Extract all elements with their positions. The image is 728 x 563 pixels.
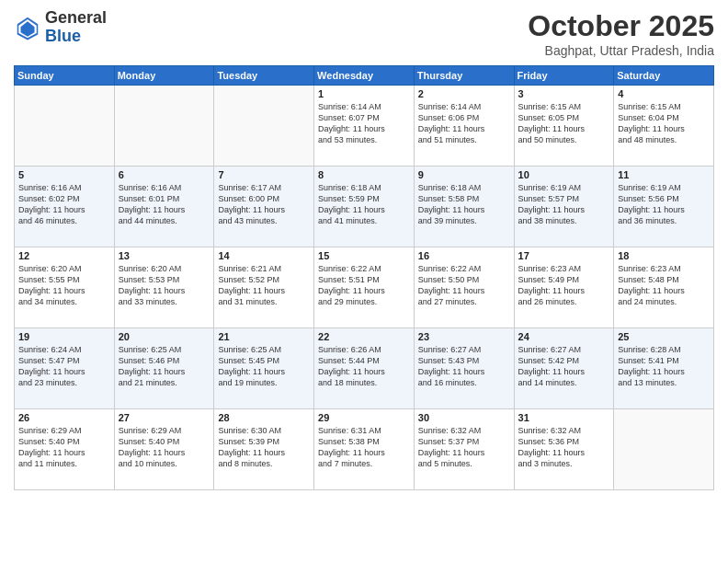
calendar-cell: 19Sunrise: 6:24 AM Sunset: 5:47 PM Dayli… — [15, 328, 115, 409]
day-number: 15 — [318, 250, 410, 261]
calendar-cell: 7Sunrise: 6:17 AM Sunset: 6:00 PM Daylig… — [214, 167, 314, 247]
day-number: 7 — [218, 169, 310, 180]
day-number: 14 — [218, 250, 310, 261]
calendar-cell: 24Sunrise: 6:27 AM Sunset: 5:42 PM Dayli… — [514, 328, 614, 409]
day-of-week-header: Sunday — [15, 66, 115, 86]
month-title: October 2025 — [528, 9, 714, 43]
calendar-cell: 20Sunrise: 6:25 AM Sunset: 5:46 PM Dayli… — [114, 328, 214, 409]
day-number: 24 — [518, 331, 610, 342]
day-info: Sunrise: 6:22 AM Sunset: 5:51 PM Dayligh… — [318, 263, 410, 308]
day-number: 27 — [119, 412, 210, 423]
day-info: Sunrise: 6:27 AM Sunset: 5:43 PM Dayligh… — [418, 344, 510, 389]
day-info: Sunrise: 6:17 AM Sunset: 6:00 PM Dayligh… — [218, 182, 310, 227]
day-info: Sunrise: 6:14 AM Sunset: 6:06 PM Dayligh… — [418, 101, 510, 146]
day-info: Sunrise: 6:21 AM Sunset: 5:52 PM Dayligh… — [218, 263, 310, 308]
logo-icon — [14, 14, 41, 41]
day-info: Sunrise: 6:29 AM Sunset: 5:40 PM Dayligh… — [119, 425, 210, 470]
calendar-cell: 11Sunrise: 6:19 AM Sunset: 5:56 PM Dayli… — [614, 167, 714, 247]
calendar: SundayMondayTuesdayWednesdayThursdayFrid… — [14, 65, 714, 490]
day-info: Sunrise: 6:30 AM Sunset: 5:39 PM Dayligh… — [218, 425, 310, 470]
calendar-week-row: 12Sunrise: 6:20 AM Sunset: 5:55 PM Dayli… — [15, 247, 714, 328]
calendar-week-row: 19Sunrise: 6:24 AM Sunset: 5:47 PM Dayli… — [15, 328, 714, 409]
day-of-week-header: Thursday — [414, 66, 514, 86]
day-of-week-header: Monday — [114, 66, 214, 86]
day-number: 3 — [518, 88, 610, 99]
calendar-cell: 16Sunrise: 6:22 AM Sunset: 5:50 PM Dayli… — [414, 247, 514, 328]
calendar-cell: 25Sunrise: 6:28 AM Sunset: 5:41 PM Dayli… — [614, 328, 714, 409]
day-of-week-header: Saturday — [614, 66, 714, 86]
day-info: Sunrise: 6:19 AM Sunset: 5:57 PM Dayligh… — [518, 182, 610, 227]
day-of-week-header: Friday — [514, 66, 614, 86]
logo-text: General Blue — [45, 9, 107, 46]
calendar-cell: 8Sunrise: 6:18 AM Sunset: 5:59 PM Daylig… — [314, 167, 415, 247]
page: General Blue October 2025 Baghpat, Uttar… — [0, 0, 728, 563]
calendar-cell: 18Sunrise: 6:23 AM Sunset: 5:48 PM Dayli… — [614, 247, 714, 328]
calendar-cell: 3Sunrise: 6:15 AM Sunset: 6:05 PM Daylig… — [514, 86, 614, 167]
calendar-cell: 6Sunrise: 6:16 AM Sunset: 6:01 PM Daylig… — [114, 167, 214, 247]
day-info: Sunrise: 6:23 AM Sunset: 5:48 PM Dayligh… — [618, 263, 710, 308]
title-block: October 2025 Baghpat, Uttar Pradesh, Ind… — [528, 9, 714, 58]
calendar-cell: 22Sunrise: 6:26 AM Sunset: 5:44 PM Dayli… — [314, 328, 415, 409]
calendar-week-row: 5Sunrise: 6:16 AM Sunset: 6:02 PM Daylig… — [15, 167, 714, 247]
calendar-cell: 10Sunrise: 6:19 AM Sunset: 5:57 PM Dayli… — [514, 167, 614, 247]
day-number: 23 — [418, 331, 510, 342]
day-number: 6 — [119, 169, 210, 180]
day-number: 4 — [618, 88, 710, 99]
day-of-week-header: Wednesday — [314, 66, 415, 86]
day-info: Sunrise: 6:29 AM Sunset: 5:40 PM Dayligh… — [18, 425, 110, 470]
day-info: Sunrise: 6:15 AM Sunset: 6:04 PM Dayligh… — [618, 101, 710, 146]
calendar-cell — [15, 86, 115, 167]
calendar-cell: 27Sunrise: 6:29 AM Sunset: 5:40 PM Dayli… — [114, 409, 214, 490]
day-info: Sunrise: 6:31 AM Sunset: 5:38 PM Dayligh… — [318, 425, 410, 470]
day-info: Sunrise: 6:22 AM Sunset: 5:50 PM Dayligh… — [418, 263, 510, 308]
calendar-cell: 5Sunrise: 6:16 AM Sunset: 6:02 PM Daylig… — [15, 167, 115, 247]
day-number: 2 — [418, 88, 510, 99]
day-number: 21 — [218, 331, 310, 342]
day-number: 26 — [18, 412, 110, 423]
location: Baghpat, Uttar Pradesh, India — [528, 43, 714, 58]
calendar-header-row: SundayMondayTuesdayWednesdayThursdayFrid… — [15, 66, 714, 86]
day-number: 1 — [318, 88, 410, 99]
calendar-cell: 31Sunrise: 6:32 AM Sunset: 5:36 PM Dayli… — [514, 409, 614, 490]
day-number: 8 — [318, 169, 410, 180]
day-number: 18 — [618, 250, 710, 261]
day-number: 9 — [418, 169, 510, 180]
day-number: 29 — [318, 412, 410, 423]
day-number: 11 — [618, 169, 710, 180]
day-info: Sunrise: 6:26 AM Sunset: 5:44 PM Dayligh… — [318, 344, 410, 389]
calendar-week-row: 26Sunrise: 6:29 AM Sunset: 5:40 PM Dayli… — [15, 409, 714, 490]
day-info: Sunrise: 6:18 AM Sunset: 5:59 PM Dayligh… — [318, 182, 410, 227]
calendar-cell: 29Sunrise: 6:31 AM Sunset: 5:38 PM Dayli… — [314, 409, 415, 490]
day-info: Sunrise: 6:18 AM Sunset: 5:58 PM Dayligh… — [418, 182, 510, 227]
day-number: 17 — [518, 250, 610, 261]
calendar-cell — [214, 86, 314, 167]
calendar-cell — [114, 86, 214, 167]
day-info: Sunrise: 6:19 AM Sunset: 5:56 PM Dayligh… — [618, 182, 710, 227]
day-info: Sunrise: 6:14 AM Sunset: 6:07 PM Dayligh… — [318, 101, 410, 146]
day-number: 28 — [218, 412, 310, 423]
day-number: 19 — [18, 331, 110, 342]
calendar-cell: 21Sunrise: 6:25 AM Sunset: 5:45 PM Dayli… — [214, 328, 314, 409]
day-number: 20 — [119, 331, 210, 342]
day-number: 13 — [119, 250, 210, 261]
day-number: 16 — [418, 250, 510, 261]
calendar-cell — [614, 409, 714, 490]
day-number: 12 — [18, 250, 110, 261]
day-info: Sunrise: 6:16 AM Sunset: 6:01 PM Dayligh… — [119, 182, 210, 227]
day-info: Sunrise: 6:25 AM Sunset: 5:46 PM Dayligh… — [119, 344, 210, 389]
day-number: 10 — [518, 169, 610, 180]
day-number: 25 — [618, 331, 710, 342]
day-of-week-header: Tuesday — [214, 66, 314, 86]
day-number: 22 — [318, 331, 410, 342]
day-info: Sunrise: 6:20 AM Sunset: 5:53 PM Dayligh… — [119, 263, 210, 308]
header: General Blue October 2025 Baghpat, Uttar… — [14, 9, 714, 58]
day-number: 30 — [418, 412, 510, 423]
calendar-cell: 17Sunrise: 6:23 AM Sunset: 5:49 PM Dayli… — [514, 247, 614, 328]
day-info: Sunrise: 6:24 AM Sunset: 5:47 PM Dayligh… — [18, 344, 110, 389]
calendar-cell: 28Sunrise: 6:30 AM Sunset: 5:39 PM Dayli… — [214, 409, 314, 490]
calendar-cell: 14Sunrise: 6:21 AM Sunset: 5:52 PM Dayli… — [214, 247, 314, 328]
calendar-cell: 1Sunrise: 6:14 AM Sunset: 6:07 PM Daylig… — [314, 86, 415, 167]
day-info: Sunrise: 6:27 AM Sunset: 5:42 PM Dayligh… — [518, 344, 610, 389]
day-number: 31 — [518, 412, 610, 423]
day-info: Sunrise: 6:25 AM Sunset: 5:45 PM Dayligh… — [218, 344, 310, 389]
